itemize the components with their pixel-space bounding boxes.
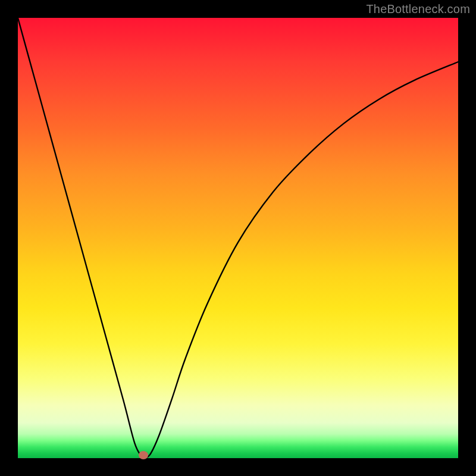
- plot-area: [18, 18, 458, 458]
- minimum-marker: [139, 451, 148, 459]
- curve-path: [18, 18, 458, 458]
- chart-frame: TheBottleneck.com: [0, 0, 476, 476]
- curve-svg: [18, 18, 458, 458]
- watermark-text: TheBottleneck.com: [366, 2, 470, 16]
